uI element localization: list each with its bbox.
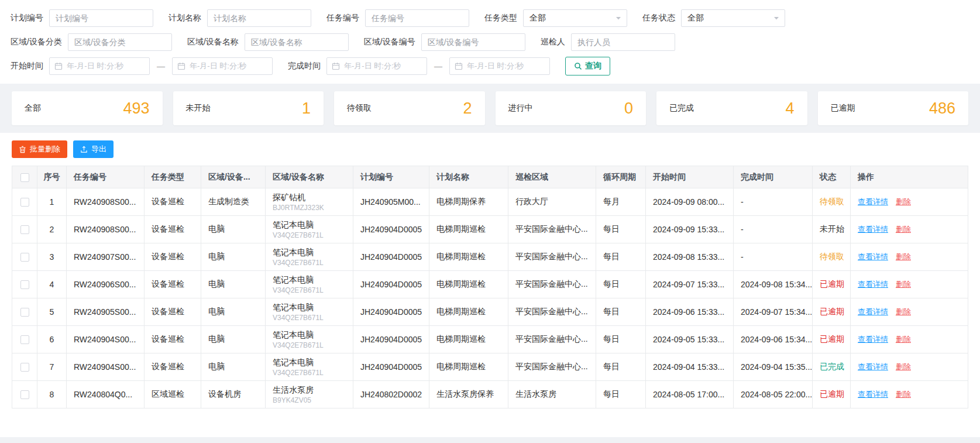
select-all-checkbox[interactable] [20,173,29,182]
cell-plan-no: JH240904D0005 [353,216,429,243]
view-detail-link[interactable]: 查看详情 [858,252,888,261]
table-row: 4 RW240906S00... 设备巡检 电脑 笔记本电脑 V34Q2E7B6… [12,271,968,298]
cell-finish-time: 2024-08-05 22:00... [734,381,813,408]
chevron-down-icon [773,15,780,22]
view-detail-link[interactable]: 查看详情 [858,335,888,344]
delete-link[interactable]: 删除 [896,307,911,316]
stat-value: 4 [785,99,794,118]
column-header-11: 完成时间 [734,166,813,188]
area-no-input[interactable] [421,33,525,51]
stat-label: 进行中 [508,103,533,114]
table-row: 7 RW240904S00... 设备巡检 电脑 笔记本电脑 V34Q2E7B6… [12,353,968,381]
cell-plan-no: JH240802D0002 [353,381,429,408]
cell-index: 6 [37,326,67,353]
plan-no-input[interactable] [49,9,153,27]
cell-device-name: 生活水泵房 B9YK4ZV05 [266,381,353,408]
stat-card[interactable]: 待领取 2 [334,91,485,125]
task-type-select[interactable]: 全部 [523,9,627,27]
row-checkbox[interactable] [20,390,29,399]
cell-area: 平安国际金融中心... [508,298,596,326]
cell-task-no: RW240907S00... [67,243,145,271]
stat-card[interactable]: 已完成 4 [656,91,807,125]
view-detail-link[interactable]: 查看详情 [858,307,888,316]
cell-start-time: 2024-09-09 15:33... [646,216,734,243]
cell-cycle: 每日 [596,216,646,243]
stat-card[interactable]: 已逾期 486 [818,91,969,125]
view-detail-link[interactable]: 查看详情 [858,225,888,233]
field-task-status: 任务状态 全部 [642,9,785,27]
area-class-input[interactable] [68,33,172,51]
delete-link[interactable]: 删除 [896,252,911,261]
view-detail-link[interactable]: 查看详情 [858,390,888,399]
view-detail-link[interactable]: 查看详情 [858,197,888,206]
task-status-select[interactable]: 全部 [681,9,785,27]
cell-device-name: 笔记本电脑 V34Q2E7B671L [266,216,353,243]
start-time-to-input[interactable]: 年-月-日 时:分:秒 [172,57,273,75]
row-checkbox[interactable] [20,280,29,289]
cell-task-no: RW240908S00... [67,216,145,243]
cell-task-type: 区域巡检 [145,381,201,408]
table-head-row: 序号任务编号任务类型区域/设备...区域/设备名称计划编号计划名称巡检区域循环周… [12,166,968,188]
delete-link[interactable]: 删除 [896,390,911,399]
cell-device-class: 设备机房 [201,381,266,408]
cell-task-no: RW240905S00... [67,298,145,326]
start-time-label: 开始时间 [11,61,43,71]
stat-card[interactable]: 进行中 0 [496,91,647,125]
column-header-13: 操作 [851,166,968,188]
cell-plan-name: 电梯周期巡检 [429,326,508,353]
area-name-input[interactable] [245,33,349,51]
row-checkbox[interactable] [20,308,29,317]
field-task-no: 任务编号 [326,9,469,27]
table-row: 2 RW240908S00... 设备巡检 电脑 笔记本电脑 V34Q2E7B6… [12,216,968,243]
delete-link[interactable]: 删除 [896,362,911,371]
stat-label: 全部 [25,103,41,114]
row-checkbox[interactable] [20,253,29,262]
cell-status: 未开始 [813,216,851,243]
start-time-from-input[interactable]: 年-月-日 时:分:秒 [49,57,150,75]
cell-plan-name: 电梯周期巡检 [429,216,508,243]
row-checkbox[interactable] [20,335,29,344]
area-no-label: 区域/设备编号 [364,37,415,47]
plan-name-input[interactable] [207,9,311,27]
table-row: 3 RW240907S00... 设备巡检 电脑 笔记本电脑 V34Q2E7B6… [12,243,968,271]
finish-time-to-input[interactable]: 年-月-日 时:分:秒 [449,57,550,75]
delete-link[interactable]: 删除 [896,225,911,233]
task-no-input[interactable] [365,9,469,27]
row-checkbox[interactable] [20,225,29,234]
cell-task-no: RW240906S00... [67,271,145,298]
status-badge: 已逾期 [820,279,844,289]
cell-device-class: 电脑 [201,271,266,298]
batch-delete-button[interactable]: 批量删除 [12,140,67,158]
view-detail-link[interactable]: 查看详情 [858,362,888,371]
inspector-input[interactable] [571,33,675,51]
cell-device-class: 电脑 [201,216,266,243]
delete-link[interactable]: 删除 [896,280,911,289]
delete-link[interactable]: 删除 [896,335,911,344]
cell-index: 3 [37,243,67,271]
column-header-9: 循环周期 [596,166,646,188]
stat-card[interactable]: 全部 493 [12,91,163,125]
export-button[interactable]: 导出 [73,140,114,158]
cell-status: 待领取 [813,188,851,216]
device-code: V34Q2E7B671L [273,369,346,377]
chevron-down-icon [615,15,622,22]
stat-card[interactable]: 未开始 1 [173,91,324,125]
delete-link[interactable]: 删除 [896,197,911,206]
device-code: V34Q2E7B671L [273,259,346,267]
area-class-label: 区域/设备分类 [11,37,62,47]
status-badge: 待领取 [820,197,844,206]
cell-start-time: 2024-09-05 15:33... [646,326,734,353]
search-button[interactable]: 查询 [565,57,610,75]
calendar-icon [54,62,63,70]
cell-status: 已逾期 [813,326,851,353]
cell-device-name: 笔记本电脑 V34Q2E7B671L [266,298,353,326]
view-detail-link[interactable]: 查看详情 [858,280,888,289]
cell-task-type: 设备巡检 [145,216,201,243]
trash-icon [19,146,26,153]
stat-label: 已逾期 [831,103,855,114]
search-icon [574,62,582,70]
row-checkbox[interactable] [20,363,29,372]
row-checkbox[interactable] [20,198,29,207]
finish-time-from-input[interactable]: 年-月-日 时:分:秒 [326,57,427,75]
cell-start-time: 2024-09-06 15:33... [646,298,734,326]
